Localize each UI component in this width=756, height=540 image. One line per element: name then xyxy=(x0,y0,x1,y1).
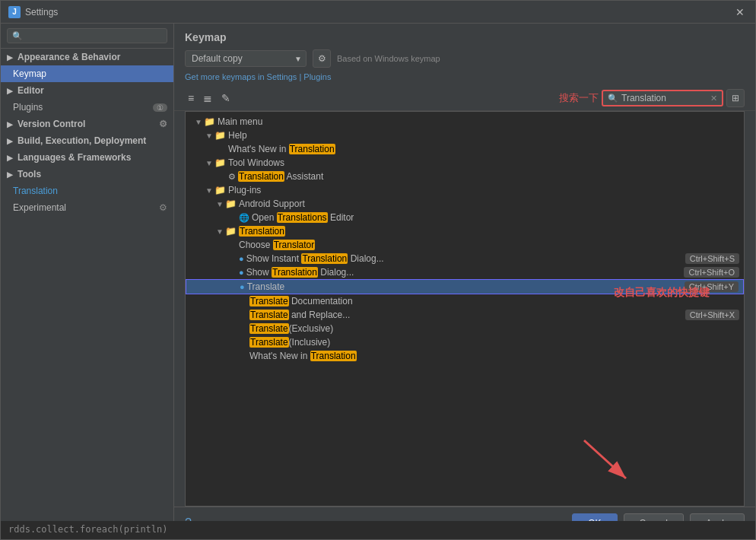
sidebar-item-label: Build, Execution, Deployment xyxy=(17,135,146,146)
expand-icon: ▼ xyxy=(214,227,225,236)
tree-row[interactable]: Choose Translator xyxy=(186,238,744,252)
clear-search-button[interactable]: ✕ xyxy=(710,94,717,103)
sidebar-item-tools[interactable]: ▶ Tools xyxy=(1,166,173,183)
based-on-text: Based on Windows keymap xyxy=(337,54,440,63)
tree-row[interactable]: ⚙ Translation Assistant xyxy=(186,170,744,183)
shortcut-label: Ctrl+Shift+X xyxy=(685,310,739,320)
arrow-icon: ▶ xyxy=(7,120,13,129)
highlight-text: Translate xyxy=(249,296,289,307)
dialog-title: Settings xyxy=(25,7,58,17)
tree-item-label: Translate(Exclusive) xyxy=(249,323,333,334)
tree-row[interactable]: Translate and Replace... Ctrl+Shift+X xyxy=(186,308,744,322)
expand-icon: ▼ xyxy=(204,159,214,167)
edit-button[interactable]: ✎ xyxy=(218,91,233,106)
tree-row-translate[interactable]: ● Translate Ctrl+Shift+Y xyxy=(186,279,744,294)
settings-icon: ⚙ xyxy=(159,119,167,129)
sidebar-item-editor[interactable]: ▶ Editor xyxy=(1,82,173,99)
sidebar-item-experimental[interactable]: Experimental ⚙ xyxy=(1,199,173,216)
tree-row[interactable]: ▼ 📁 Plug-ins xyxy=(186,183,744,197)
arrow-icon: ▶ xyxy=(7,87,13,95)
tree-item-label: Translate and Replace... xyxy=(249,310,350,320)
tree-row[interactable]: ● Show Instant Translation Dialog... Ctr… xyxy=(186,252,744,265)
tree-row[interactable]: ▼ 📁 Help xyxy=(186,129,744,142)
item-icon: ⚙ xyxy=(228,172,236,182)
sidebar-item-translation[interactable]: Translation xyxy=(1,183,173,199)
sidebar-item-label: Version Control xyxy=(17,119,85,129)
plugins-badge: ① xyxy=(153,103,167,112)
sidebar-item-plugins[interactable]: Plugins ① xyxy=(1,99,173,116)
highlight-text: Translation xyxy=(310,351,357,361)
keymap-search-input[interactable] xyxy=(621,93,710,103)
folder-icon: 📁 xyxy=(214,130,226,141)
close-button[interactable]: ✕ xyxy=(732,5,748,20)
sidebar-item-keymap[interactable]: Keymap xyxy=(1,65,173,82)
tree-item-label: Translate xyxy=(247,281,285,292)
tree-row[interactable]: ▼ 📁 Tool Windows xyxy=(186,156,744,170)
keymap-selector-row: Default copy ▼ ⚙ Based on Windows keymap xyxy=(185,49,745,68)
keymap-tree[interactable]: ▼ 📁 Main menu ▼ 📁 Help What's New in Tra… xyxy=(185,111,745,507)
tree-row[interactable]: What's New in Translation xyxy=(186,142,744,156)
search-right: 搜索一下 🔍 ✕ ⊞ xyxy=(559,89,745,107)
search-icon: 🔍 xyxy=(12,31,23,41)
tree-item-label: Choose Translator xyxy=(239,240,315,250)
highlight-text: Translate xyxy=(249,310,289,320)
toolbar-left: ≡ ≣ ✎ xyxy=(185,91,233,106)
keymap-header: Keymap Default copy ▼ ⚙ Based on Windows… xyxy=(174,24,755,72)
tree-row[interactable]: Translate(Inclusive) xyxy=(186,335,744,349)
tree-row[interactable]: ▼ 📁 Translation xyxy=(186,224,744,238)
sidebar-item-label: Plugins xyxy=(13,102,43,113)
settings-icon-exp: ⚙ xyxy=(159,202,167,213)
blue-icon: ● xyxy=(239,268,244,277)
collapse-all-button[interactable]: ≣ xyxy=(200,91,215,106)
highlight-text: Translation xyxy=(238,171,284,182)
expand-icon: ▼ xyxy=(204,186,214,195)
folder-icon: 📁 xyxy=(225,199,237,209)
sidebar-search-box: 🔍 xyxy=(1,24,173,49)
sidebar-search-input[interactable] xyxy=(26,30,162,41)
tree-row[interactable]: ● Show Translation Dialog... Ctrl+Shift+… xyxy=(186,265,744,279)
sidebar-item-label: Tools xyxy=(17,169,41,179)
tree-item-label: Translation xyxy=(239,226,285,237)
expand-all-button[interactable]: ≡ xyxy=(185,91,197,106)
sidebar-item-languages[interactable]: ▶ Languages & Frameworks xyxy=(1,149,173,166)
tree-item-label: Main menu xyxy=(218,116,262,127)
search-field-wrapper[interactable]: 🔍 ✕ xyxy=(602,90,723,106)
sidebar-item-label: Keymap xyxy=(13,68,46,79)
tree-item-label: Show Translation Dialog... xyxy=(246,267,354,278)
expand-icon: ▼ xyxy=(193,118,204,126)
tree-row[interactable]: 🌐 Open Translations Editor xyxy=(186,211,744,224)
arrow-icon: ▶ xyxy=(7,170,13,179)
sidebar-item-label: Editor xyxy=(17,85,44,96)
highlight-text: Translation xyxy=(289,144,335,154)
tree-row[interactable]: ▼ 📁 Main menu xyxy=(186,115,744,129)
tree-row[interactable]: Translate Documentation xyxy=(186,294,744,308)
expand-icon: ▼ xyxy=(214,200,225,208)
link-row: Get more keymaps in Settings | Plugins xyxy=(174,72,755,86)
highlight-text: Translations xyxy=(277,212,328,223)
blue-icon: ● xyxy=(239,254,244,263)
highlight-text: Translate xyxy=(249,323,289,334)
sidebar: 🔍 ▶ Appearance & Behavior Keymap ▶ Edito… xyxy=(1,24,174,539)
tree-item-label: What's New in Translation xyxy=(228,144,335,154)
tree-row[interactable]: Translate(Exclusive) xyxy=(186,322,744,335)
folder-icon: 📁 xyxy=(225,226,237,237)
keymap-select[interactable]: Default copy xyxy=(185,50,307,67)
tree-row[interactable]: ▼ 📁 Android Support xyxy=(186,197,744,211)
sidebar-search-wrapper[interactable]: 🔍 xyxy=(7,28,167,43)
tree-item-label: Translate Documentation xyxy=(249,296,353,307)
sidebar-item-appearance[interactable]: ▶ Appearance & Behavior xyxy=(1,49,173,65)
blue-icon: ● xyxy=(240,282,245,291)
arrow-icon: ▶ xyxy=(7,154,13,162)
sidebar-item-label: Languages & Frameworks xyxy=(17,152,131,163)
tree-item-label: Translate(Inclusive) xyxy=(249,337,330,348)
keymap-gear-button[interactable]: ⚙ xyxy=(313,49,331,68)
sidebar-item-build[interactable]: ▶ Build, Execution, Deployment xyxy=(1,132,173,149)
scope-button[interactable]: ⊞ xyxy=(726,89,745,107)
sidebar-item-version-control[interactable]: ▶ Version Control ⚙ xyxy=(1,116,173,132)
expand-icon: ▼ xyxy=(204,132,214,140)
tree-item-label: Show Instant Translation Dialog... xyxy=(246,253,384,264)
get-keymaps-link[interactable]: Get more keymaps in Settings | Plugins xyxy=(185,72,331,81)
tree-row[interactable]: What's New in Translation xyxy=(186,349,744,363)
title-bar-left: J Settings xyxy=(8,6,58,18)
sidebar-item-label: Experimental xyxy=(13,202,66,213)
